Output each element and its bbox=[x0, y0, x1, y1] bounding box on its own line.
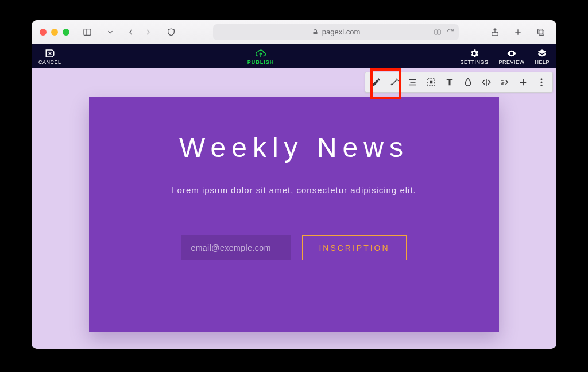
help-label: HELP bbox=[535, 59, 550, 65]
browser-chrome: pagexl.com bbox=[32, 20, 556, 44]
editor-appbar: CANCEL PUBLISH SETTINGS PREVIEW HELP bbox=[32, 44, 556, 68]
svg-point-24 bbox=[541, 82, 543, 83]
svg-rect-3 bbox=[438, 29, 441, 34]
settings-label: SETTINGS bbox=[460, 59, 488, 65]
svg-point-25 bbox=[541, 85, 543, 86]
minimize-window-button[interactable] bbox=[51, 29, 58, 36]
code-split-icon[interactable] bbox=[478, 74, 495, 91]
back-button[interactable] bbox=[123, 25, 138, 40]
card-subheading[interactable]: Lorem ipsum dolor sit amet, consectetur … bbox=[172, 185, 416, 195]
preview-button[interactable]: PREVIEW bbox=[498, 48, 524, 65]
add-icon[interactable] bbox=[514, 74, 532, 91]
magic-wand-icon[interactable] bbox=[386, 74, 403, 91]
type-icon[interactable] bbox=[441, 74, 458, 91]
tabs-overview-button[interactable] bbox=[533, 25, 548, 40]
svg-rect-2 bbox=[435, 29, 438, 34]
window-controls[interactable] bbox=[40, 29, 69, 36]
url-host: pagexl.com bbox=[322, 28, 360, 36]
floating-toolbar bbox=[365, 72, 553, 93]
motion-icon[interactable] bbox=[496, 74, 513, 91]
publish-button[interactable]: PUBLISH bbox=[247, 48, 274, 65]
chevron-down-icon[interactable] bbox=[103, 25, 118, 40]
subscribe-form: INSCRIPTION bbox=[181, 235, 406, 260]
lock-icon bbox=[312, 29, 319, 36]
svg-rect-7 bbox=[539, 30, 544, 35]
reader-icon[interactable] bbox=[434, 28, 442, 36]
maximize-window-button[interactable] bbox=[63, 29, 69, 36]
color-drop-icon[interactable] bbox=[459, 74, 477, 91]
cancel-label: CANCEL bbox=[38, 59, 61, 65]
settings-button[interactable]: SETTINGS bbox=[460, 48, 488, 65]
editor-canvas[interactable]: Weekly News Lorem ipsum dolor sit amet, … bbox=[32, 68, 556, 349]
cloud-upload-icon bbox=[255, 48, 266, 59]
address-bar[interactable]: pagexl.com bbox=[213, 24, 459, 40]
publish-label: PUBLISH bbox=[247, 59, 274, 65]
kebab-menu-icon[interactable] bbox=[533, 74, 550, 91]
edit-pencil-icon[interactable] bbox=[368, 74, 385, 91]
cancel-icon bbox=[45, 48, 55, 59]
cancel-button[interactable]: CANCEL bbox=[38, 48, 61, 65]
reload-icon[interactable] bbox=[446, 28, 454, 36]
sidebar-toggle-button[interactable] bbox=[80, 25, 95, 40]
new-tab-button[interactable] bbox=[510, 25, 525, 40]
preview-label: PREVIEW bbox=[498, 59, 524, 65]
help-icon bbox=[537, 48, 547, 59]
align-icon[interactable] bbox=[404, 74, 421, 91]
svg-rect-0 bbox=[84, 29, 91, 35]
eye-icon bbox=[506, 48, 517, 59]
gear-icon bbox=[469, 48, 479, 59]
email-field[interactable] bbox=[181, 235, 291, 260]
help-button[interactable]: HELP bbox=[535, 48, 550, 65]
browser-window: pagexl.com CANCEL bbox=[32, 20, 556, 349]
bounding-box-icon[interactable] bbox=[423, 74, 440, 91]
close-window-button[interactable] bbox=[40, 29, 47, 36]
subscribe-button[interactable]: INSCRIPTION bbox=[302, 235, 406, 260]
svg-rect-16 bbox=[430, 81, 433, 84]
svg-point-23 bbox=[541, 78, 543, 80]
privacy-shield-icon[interactable] bbox=[164, 25, 179, 40]
forward-button[interactable] bbox=[141, 25, 156, 40]
share-button[interactable] bbox=[488, 25, 502, 40]
svg-rect-8 bbox=[538, 29, 543, 34]
card-heading[interactable]: Weekly News bbox=[179, 132, 409, 163]
content-card[interactable]: Weekly News Lorem ipsum dolor sit amet, … bbox=[89, 97, 499, 332]
